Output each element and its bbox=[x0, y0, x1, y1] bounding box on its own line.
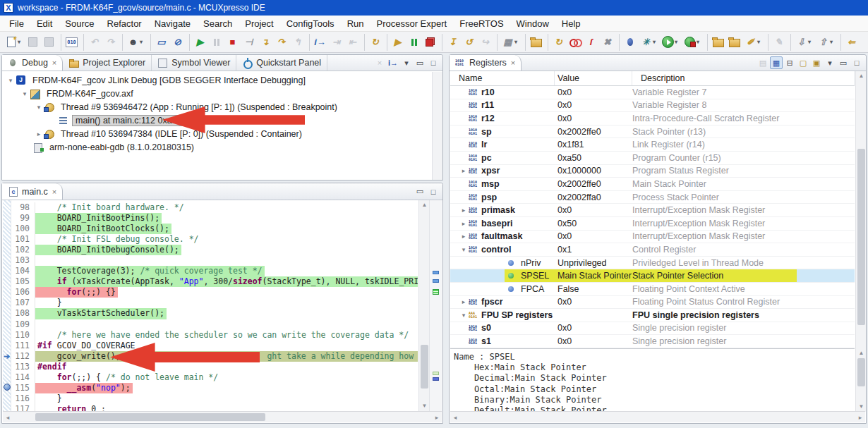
toolbar-button[interactable]: ✎▾ bbox=[768, 34, 786, 51]
column-value[interactable]: Value bbox=[555, 71, 632, 85]
register-value[interactable]: 0x1000000 bbox=[555, 166, 632, 176]
new-view-icon[interactable]: ▢ bbox=[797, 56, 809, 69]
instruction-pointer-icon[interactable]: ➔ bbox=[4, 352, 11, 360]
register-value[interactable]: 0xa50 bbox=[555, 153, 632, 163]
register-row[interactable]: ▾ FPU SP registers FPU single precision … bbox=[450, 309, 855, 322]
tree-expander-icon[interactable]: ▸ bbox=[34, 130, 44, 137]
register-value[interactable]: 0x0 bbox=[555, 205, 632, 215]
register-row[interactable]: pc 0xa50 Program Counter (r15) bbox=[450, 152, 855, 165]
toolbar-button[interactable]: ▾ bbox=[525, 34, 543, 51]
menu-item[interactable]: ConfigTools bbox=[280, 17, 341, 30]
toolbar-button[interactable]: ⇤▾ bbox=[345, 34, 360, 51]
toolbar-button[interactable]: ▭▾ bbox=[150, 34, 169, 51]
menu-item[interactable]: Search bbox=[197, 17, 239, 30]
overview-ruler[interactable] bbox=[429, 200, 442, 411]
toolbar-button[interactable]: i→▾ bbox=[309, 34, 327, 51]
editor-vertical-scrollbar[interactable]: ▲ ▼ bbox=[418, 200, 429, 411]
view-tab[interactable]: Quickstart Panel × bbox=[236, 55, 327, 71]
register-row[interactable]: ▸ fpscr 0x0 Floating Point Status Contro… bbox=[450, 296, 855, 310]
overview-mark[interactable] bbox=[433, 372, 439, 375]
tree-expander-icon[interactable]: ▸ bbox=[459, 298, 469, 305]
register-value[interactable]: 0x1f81 bbox=[555, 140, 632, 149]
register-value[interactable]: 0x50 bbox=[555, 219, 632, 228]
toolbar-button[interactable]: ↴▾ bbox=[258, 34, 272, 51]
tree-expander-icon[interactable]: ▸ bbox=[459, 220, 469, 227]
remove-terminated-icon[interactable]: × bbox=[373, 56, 386, 69]
tree-expander-icon[interactable]: ▾ bbox=[20, 90, 30, 97]
overview-mark-green[interactable] bbox=[433, 289, 439, 295]
scroll-down-icon[interactable]: ▼ bbox=[419, 401, 430, 411]
toolbar-button[interactable]: ▾ bbox=[25, 34, 40, 51]
menu-item[interactable]: Help bbox=[555, 17, 587, 30]
register-row[interactable]: ▸ xpsr 0x1000000 Program Status Register bbox=[450, 165, 855, 178]
toolbar-button[interactable]: ☻▾ bbox=[122, 34, 146, 51]
close-icon[interactable]: × bbox=[52, 59, 56, 67]
register-row[interactable]: ▸ faultmask 0x0 Interrupt/Exception Mask… bbox=[450, 231, 855, 244]
menu-item[interactable]: Processor Expert bbox=[370, 17, 453, 30]
dropdown-arrow-icon[interactable]: ▾ bbox=[514, 39, 519, 45]
menu-item[interactable]: Project bbox=[239, 17, 279, 30]
toolbar-button[interactable]: ▾ bbox=[423, 34, 438, 51]
debug-tree-row[interactable]: ▾ FRDM-K64F_gcov.axf bbox=[3, 87, 431, 100]
scroll-up-icon[interactable]: ▲ bbox=[419, 200, 430, 210]
scroll-down-icon[interactable]: ▼ bbox=[856, 402, 867, 412]
dropdown-arrow-icon[interactable]: ▾ bbox=[653, 39, 658, 45]
show-tree-icon[interactable]: ▦ bbox=[770, 56, 783, 69]
close-icon[interactable]: × bbox=[511, 59, 515, 67]
view-menu-icon[interactable]: ▾ bbox=[824, 56, 836, 69]
toolbar-button[interactable]: ▾ bbox=[61, 34, 79, 51]
toolbar-button[interactable]: ↪▾ bbox=[478, 34, 493, 51]
toolbar-button[interactable]: ▦▾ bbox=[497, 34, 521, 51]
register-value[interactable]: 0x0 bbox=[555, 87, 632, 97]
toolbar-button[interactable]: ⇧▾ bbox=[816, 34, 836, 51]
register-row[interactable]: s0 0x0 Single precision register bbox=[450, 322, 855, 336]
toolbar-button[interactable]: ↧▾ bbox=[442, 34, 460, 51]
column-name[interactable]: Name bbox=[450, 71, 555, 85]
scroll-left-icon[interactable]: ◂ bbox=[450, 412, 460, 423]
dropdown-arrow-icon[interactable]: ▾ bbox=[830, 39, 835, 45]
menu-item[interactable]: Source bbox=[59, 17, 100, 30]
column-description[interactable]: Description bbox=[632, 71, 855, 85]
register-value[interactable]: Unprivileged bbox=[555, 258, 632, 268]
scrollbar-thumb[interactable] bbox=[35, 413, 265, 421]
maximize-icon[interactable]: □ bbox=[427, 56, 440, 69]
toolbar-button[interactable]: ✖▾ bbox=[600, 34, 615, 51]
toolbar-button[interactable]: ▾ bbox=[4, 34, 24, 51]
debug-tree-row[interactable]: arm-none-eabi-gdb (8.1.0.20180315) bbox=[3, 140, 431, 154]
scrollbar-thumb[interactable] bbox=[857, 149, 865, 325]
toolbar-button[interactable]: ▾ bbox=[567, 34, 582, 51]
register-row[interactable]: s1 0x0 Single precision register bbox=[450, 335, 855, 348]
register-row[interactable]: lr 0x1f81 Link Register (r14) bbox=[450, 138, 855, 152]
dropdown-arrow-icon[interactable]: ▾ bbox=[697, 39, 701, 45]
toolbar-button[interactable]: ⊣▾ bbox=[241, 34, 256, 51]
debug-tree-row[interactable]: ▾ FRDM-K64F_gcov JLink Debug [GDB SEGGER… bbox=[3, 73, 431, 87]
dropdown-arrow-icon[interactable]: ▾ bbox=[140, 39, 145, 45]
menu-item[interactable]: File bbox=[3, 17, 30, 30]
instruction-stepping-mode-icon[interactable]: i→ bbox=[387, 56, 399, 69]
toolbar-button[interactable]: ⇩▾ bbox=[790, 34, 814, 51]
toolbar-button[interactable]: ⊘▾ bbox=[170, 34, 185, 51]
register-row[interactable]: r11 0x0 Variable Register 8 bbox=[450, 99, 855, 113]
register-row[interactable]: ▾ control 0x1 Control Register bbox=[450, 243, 855, 257]
register-value[interactable]: 0x1 bbox=[555, 245, 632, 255]
tree-expander-icon[interactable]: ▸ bbox=[459, 207, 469, 214]
editor-tab-main-c[interactable]: main.c × bbox=[2, 183, 63, 200]
tree-expander-icon[interactable]: ▸ bbox=[459, 167, 469, 174]
toolbar-button[interactable]: ↰▾ bbox=[290, 34, 305, 51]
view-tab[interactable]: Debug × bbox=[2, 55, 63, 71]
register-value[interactable]: 0x0 bbox=[555, 336, 632, 346]
toolbar-button[interactable]: ⇥▾ bbox=[329, 34, 344, 51]
register-row[interactable]: msp 0x2002ffe0 Main Stack Pointer bbox=[450, 178, 855, 191]
overview-mark[interactable] bbox=[433, 271, 439, 274]
toolbar-button[interactable]: ↻▾ bbox=[548, 34, 566, 51]
register-row[interactable]: sp 0x2002ffe0 Stack Pointer (r13) bbox=[450, 126, 855, 139]
register-value[interactable]: 0x0 bbox=[555, 114, 632, 123]
registers-vertical-scrollbar[interactable]: ▲ bbox=[855, 71, 866, 348]
view-tab[interactable]: Project Explorer × bbox=[63, 55, 152, 71]
scroll-right-icon[interactable]: ▸ bbox=[855, 412, 865, 423]
register-value[interactable]: 0x2002ffa0 bbox=[555, 192, 632, 202]
layout-icon[interactable]: ▤ bbox=[757, 56, 769, 69]
register-row[interactable]: psp 0x2002ffa0 Process Stack Pointer bbox=[450, 191, 855, 204]
toolbar-button[interactable]: ▾ bbox=[727, 34, 742, 51]
scroll-right-icon[interactable]: ▸ bbox=[432, 412, 442, 423]
